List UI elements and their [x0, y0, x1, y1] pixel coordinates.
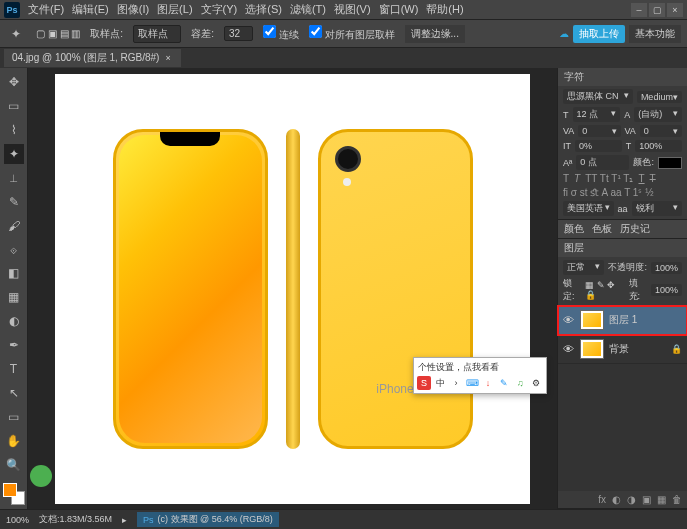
menu-image[interactable]: 图像(I) [117, 2, 149, 17]
ime-music-icon[interactable]: ♫ [513, 376, 527, 390]
ime-gear-icon[interactable]: ⚙ [529, 376, 543, 390]
shape-tool[interactable]: ▭ [4, 407, 24, 427]
secondary-doc-tab[interactable]: Ps(c) 效果图 @ 56.4% (RGB/8) [137, 512, 279, 527]
antialias-dropdown[interactable]: 锐利▾ [632, 201, 683, 216]
delete-layer-button[interactable]: 🗑 [672, 494, 682, 505]
text-pct-input[interactable]: 100% [635, 140, 682, 152]
swatches-tab[interactable]: 色板 [592, 222, 612, 236]
path-tool[interactable]: ↖ [4, 383, 24, 403]
layer-row[interactable]: 👁 背景 🔒 [558, 335, 687, 364]
ime-pen-icon[interactable]: ✎ [497, 376, 511, 390]
ime-down-icon[interactable]: ↓ [481, 376, 495, 390]
ime-lang-icon[interactable]: 中 [433, 376, 447, 390]
zoom-level[interactable]: 100% [6, 515, 29, 525]
close-tab-icon[interactable]: × [165, 53, 170, 63]
language-dropdown[interactable]: 美国英语▾ [563, 201, 614, 216]
menu-window[interactable]: 窗口(W) [379, 2, 419, 17]
canvas[interactable]: iPhone [55, 74, 530, 504]
menu-type[interactable]: 文字(Y) [201, 2, 238, 17]
layer-thumbnail[interactable] [580, 310, 604, 330]
workspace-dropdown[interactable]: 基本功能 [629, 25, 681, 43]
ime-s-icon[interactable]: S [417, 376, 431, 390]
text-style-buttons[interactable]: T T TT Tt T¹ T₁ T T [563, 173, 682, 184]
leading-input[interactable]: (自动)▾ [634, 107, 682, 122]
marquee-tool[interactable]: ▭ [4, 96, 24, 116]
menu-help[interactable]: 帮助(H) [426, 2, 463, 17]
gradient-tool[interactable]: ▦ [4, 287, 24, 307]
green-badge-icon[interactable] [30, 465, 52, 487]
opentype-buttons[interactable]: fi σ st ﬆ A aa T 1ˢ ½ [563, 187, 682, 198]
adjustment-button[interactable]: ◑ [627, 494, 636, 505]
close-button[interactable]: × [667, 3, 683, 17]
opacity-input[interactable]: 100% [651, 262, 682, 274]
menu-edit[interactable]: 编辑(E) [72, 2, 109, 17]
toolbox: ✥ ▭ ⌇ ✦ ⟂ ✎ 🖌 ⟐ ◧ ▦ ◐ ✒ T ↖ ▭ ✋ 🔍 [0, 68, 28, 509]
color-swatch[interactable] [3, 483, 25, 505]
font-weight-dropdown[interactable]: Medium▾ [637, 91, 682, 103]
contiguous-checkbox[interactable]: 连续 [263, 25, 299, 42]
eraser-tool[interactable]: ◧ [4, 264, 24, 284]
lock-buttons[interactable]: ▦ ✎ ✥ 🔒 [585, 280, 624, 300]
menu-view[interactable]: 视图(V) [334, 2, 371, 17]
crop-tool[interactable]: ⟂ [4, 168, 24, 188]
menu-layer[interactable]: 图层(L) [157, 2, 192, 17]
all-layers-checkbox[interactable]: 对所有图层取样 [309, 25, 395, 42]
character-tab[interactable]: 字符 [564, 70, 584, 84]
document-tab[interactable]: 04.jpg @ 100% (图层 1, RGB/8#) × [4, 49, 181, 67]
ime-kbd-icon[interactable]: ⌨ [465, 376, 479, 390]
wand-tool[interactable]: ✦ [4, 144, 24, 164]
visibility-icon[interactable]: 👁 [563, 314, 575, 326]
cloud-icon[interactable]: ☁ [559, 28, 569, 39]
history-tab[interactable]: 历史记 [620, 222, 650, 236]
canvas-viewport[interactable]: iPhone [28, 68, 557, 509]
kerning-input[interactable]: 0▾ [578, 125, 620, 137]
maximize-button[interactable]: ▢ [649, 3, 665, 17]
hand-tool[interactable]: ✋ [4, 431, 24, 451]
baseline-input[interactable]: 0 点 [576, 155, 629, 170]
mask-button[interactable]: ◐ [612, 494, 621, 505]
layer-name[interactable]: 图层 1 [609, 313, 682, 327]
tracking-input[interactable]: 0▾ [640, 125, 682, 137]
zoom-tool[interactable]: 🔍 [4, 455, 24, 475]
move-tool[interactable]: ✥ [4, 72, 24, 92]
refine-edge-button[interactable]: 调整边缘... [405, 25, 465, 43]
fill-input[interactable]: 100% [651, 284, 682, 296]
layer-row[interactable]: 👁 图层 1 [558, 306, 687, 335]
sample-dropdown[interactable]: 取样点 [133, 25, 181, 43]
eyedropper-tool[interactable]: ✎ [4, 192, 24, 212]
menu-filter[interactable]: 滤镜(T) [290, 2, 326, 17]
upload-button[interactable]: 抽取上传 [573, 25, 625, 43]
options-bar: ✦ ▢ ▣ ▤ ▥ 取样点: 取样点 容差: 32 连续 对所有图层取样 调整边… [0, 20, 687, 48]
fx-button[interactable]: fx [598, 494, 606, 505]
tolerance-label: 容差: [191, 27, 214, 41]
ime-arrow-icon[interactable]: › [449, 376, 463, 390]
stamp-tool[interactable]: ⟐ [4, 240, 24, 260]
text-color-swatch[interactable] [658, 157, 682, 169]
menu-select[interactable]: 选择(S) [245, 2, 282, 17]
phone-side-image [286, 129, 300, 449]
minimize-button[interactable]: – [631, 3, 647, 17]
layer-thumbnail[interactable] [580, 339, 604, 359]
layer-name[interactable]: 背景 [609, 342, 666, 356]
group-button[interactable]: ▣ [642, 494, 651, 505]
pen-tool[interactable]: ✒ [4, 335, 24, 355]
blur-tool[interactable]: ◐ [4, 311, 24, 331]
ime-popup[interactable]: 个性设置，点我看看 S 中 › ⌨ ↓ ✎ ♫ ⚙ [413, 357, 547, 394]
vscale-input[interactable]: 0% [575, 140, 622, 152]
visibility-icon[interactable]: 👁 [563, 343, 575, 355]
lock-icon: 🔒 [671, 344, 682, 354]
doc-info[interactable]: 文档:1.83M/3.56M [39, 513, 112, 526]
selection-mode-icons[interactable]: ▢ ▣ ▤ ▥ [36, 28, 80, 39]
blend-mode-dropdown[interactable]: 正常▾ [563, 260, 604, 275]
tolerance-input[interactable]: 32 [224, 26, 253, 41]
font-family-dropdown[interactable]: 思源黑体 CN▾ [563, 89, 633, 104]
menu-file[interactable]: 文件(F) [28, 2, 64, 17]
brush-tool[interactable]: 🖌 [4, 216, 24, 236]
layers-tab[interactable]: 图层 [564, 241, 584, 255]
wand-tool-icon: ✦ [6, 24, 26, 44]
font-size-input[interactable]: 12 点▾ [573, 107, 621, 122]
new-layer-button[interactable]: ▦ [657, 494, 666, 505]
color-tab[interactable]: 颜色 [564, 222, 584, 236]
lasso-tool[interactable]: ⌇ [4, 120, 24, 140]
type-tool[interactable]: T [4, 359, 24, 379]
